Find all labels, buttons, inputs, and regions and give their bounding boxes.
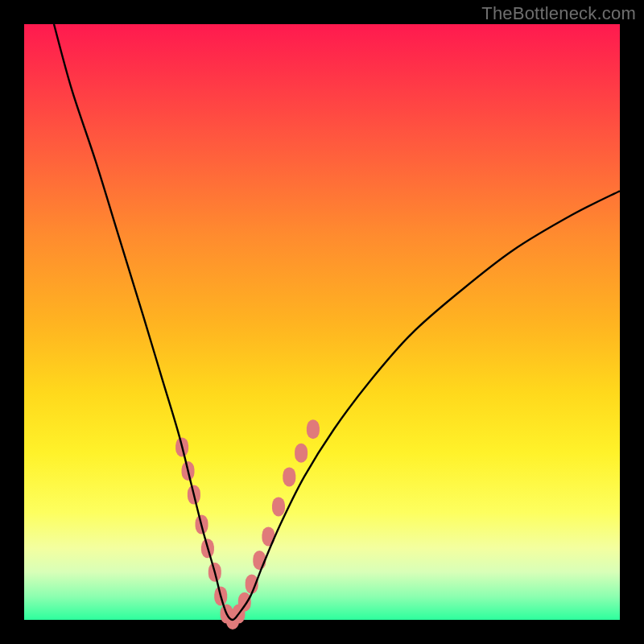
marker-point bbox=[295, 444, 308, 463]
marker-point bbox=[307, 419, 320, 439]
marker-point bbox=[283, 467, 295, 486]
chart-frame: TheBottleneck.com bbox=[0, 0, 644, 644]
bottleneck-curve bbox=[54, 24, 620, 620]
chart-plot-area bbox=[24, 24, 620, 620]
chart-svg bbox=[24, 24, 620, 620]
marker-point bbox=[272, 497, 285, 516]
watermark-text: TheBottleneck.com bbox=[481, 3, 636, 24]
marker-point bbox=[238, 592, 251, 612]
marker-group bbox=[175, 419, 320, 630]
